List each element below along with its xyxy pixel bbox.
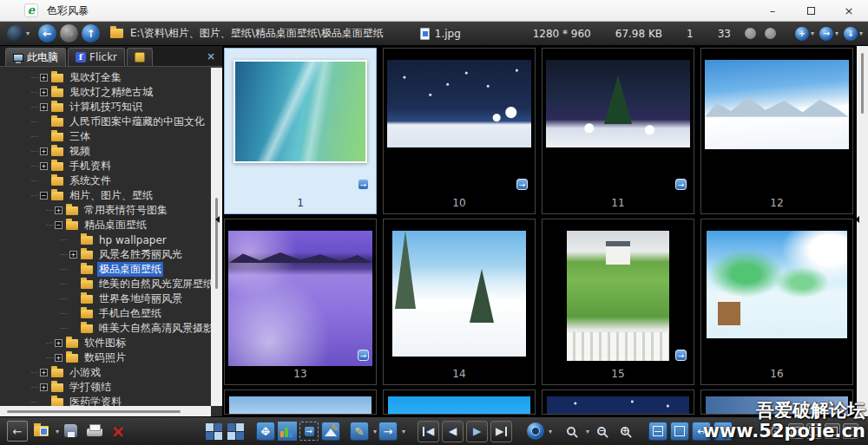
minimize-button[interactable]: –	[753, 0, 792, 21]
tree-item-selected[interactable]: 极品桌面壁纸	[0, 262, 211, 277]
first-image-button[interactable]	[418, 421, 439, 442]
extra-button-1[interactable]	[788, 423, 804, 439]
histogram-button[interactable]	[278, 422, 297, 441]
tree-item[interactable]: +鬼吹灯之精绝古城	[0, 85, 211, 100]
tree-expand-toggle[interactable]: −	[55, 221, 62, 229]
tab-archive[interactable]	[127, 48, 153, 66]
layout-split-button[interactable]	[226, 422, 245, 441]
thumbnail-image[interactable]	[233, 60, 366, 163]
zoom-tool-button[interactable]	[561, 421, 582, 442]
layout-thumbnails-button[interactable]	[204, 422, 223, 441]
tree-expand-toggle[interactable]: +	[55, 339, 62, 347]
thumbnail-image[interactable]	[567, 231, 669, 361]
tree-expand-toggle[interactable]: +	[55, 206, 62, 214]
tool-sphere-plus-button[interactable]: +	[795, 27, 809, 41]
tree-item[interactable]: +常用表情符号图集	[0, 203, 211, 218]
tree-expand-toggle[interactable]: +	[40, 147, 48, 155]
tree-item[interactable]: +学打领结	[0, 380, 211, 395]
tab-flickr[interactable]: f Flickr	[68, 48, 125, 66]
sidebar-horizontal-scrollbar[interactable]	[0, 406, 211, 416]
chevron-down-icon[interactable]: ▾	[373, 428, 377, 435]
thumbnail-image[interactable]	[387, 60, 530, 147]
play-slideshow-button[interactable]	[466, 421, 488, 442]
zoom-in-button[interactable]: +	[615, 421, 635, 442]
thumbnail-image[interactable]	[707, 231, 847, 338]
back-nav-button[interactable]: ←	[38, 24, 56, 43]
tree-item[interactable]: 系统文件	[0, 173, 211, 188]
sidebar-close-icon[interactable]: ×	[207, 50, 215, 62]
splitter-collapse-icon[interactable]	[215, 216, 220, 223]
tree-item[interactable]: −相片、图片、壁纸	[0, 188, 211, 203]
extra-button-3[interactable]	[825, 423, 840, 439]
fit-width-button[interactable]	[692, 422, 711, 441]
tree-item[interactable]: −精品桌面壁纸	[0, 218, 211, 232]
sidebar-vertical-scrollbar[interactable]	[211, 68, 222, 406]
tree-expand-toggle[interactable]: +	[40, 369, 48, 376]
chevron-down-icon[interactable]: ▾	[859, 29, 863, 37]
forward-tool-button[interactable]	[378, 422, 398, 441]
prev-image-button[interactable]	[442, 421, 464, 442]
tree-item[interactable]: 手机白色壁纸	[0, 306, 211, 321]
thumbnail-cell-partial[interactable]	[224, 389, 377, 415]
fit-height-button[interactable]	[713, 422, 733, 441]
close-button[interactable]: ×	[830, 0, 868, 21]
thumbnail-image[interactable]	[388, 396, 530, 414]
thumbnail-cell[interactable]: 16	[700, 219, 853, 385]
tree-expand-toggle[interactable]: +	[40, 74, 48, 82]
tool-sphere-down-button[interactable]: ↓	[844, 27, 858, 41]
chevron-down-icon[interactable]: ▾	[586, 428, 589, 435]
tree-item[interactable]: +计算机技巧知识	[0, 100, 211, 115]
thumbnail-cell[interactable]: 12	[700, 48, 853, 214]
back-button[interactable]	[7, 421, 28, 442]
thumbnail-image[interactable]	[706, 396, 848, 414]
open-folder-button[interactable]	[30, 421, 51, 442]
thumbnail-image[interactable]	[546, 60, 689, 147]
selection-tool-button[interactable]	[299, 422, 319, 441]
print-button[interactable]	[84, 421, 105, 442]
forward-nav-button[interactable]: →	[60, 24, 78, 43]
tree-expand-toggle[interactable]: +	[40, 162, 48, 170]
thumbnail-cell[interactable]: →10	[383, 48, 536, 214]
fit-page-button[interactable]	[648, 422, 667, 441]
zoom-out-button[interactable]: −	[591, 421, 612, 442]
main-vertical-scrollbar[interactable]	[857, 46, 868, 416]
chevron-down-icon[interactable]: ▾	[26, 29, 30, 37]
tree-item[interactable]: 世界各地绮丽风景	[0, 291, 211, 306]
tree-item[interactable]: +视频	[0, 144, 211, 159]
tree-expand-toggle[interactable]: +	[40, 103, 48, 111]
tree-expand-toggle[interactable]: −	[40, 192, 48, 200]
chevron-down-icon[interactable]: ▾	[56, 428, 59, 435]
extra-button-4[interactable]	[843, 423, 858, 439]
last-image-button[interactable]	[490, 421, 512, 442]
tree-expand-toggle[interactable]: +	[40, 383, 48, 391]
scrollbar-thumb[interactable]	[7, 410, 181, 413]
thumbnail-cell[interactable]: →15	[542, 219, 694, 385]
tree-item[interactable]: +手机资料	[0, 159, 211, 173]
thumbnail-image[interactable]	[228, 231, 372, 366]
thumbnail-cell-selected[interactable]: →1	[224, 48, 377, 214]
delete-button[interactable]	[108, 421, 128, 442]
up-nav-button[interactable]: ↑	[82, 24, 100, 43]
save-button[interactable]	[61, 421, 82, 442]
fit-window-button[interactable]	[670, 422, 689, 441]
scrollbar-thumb[interactable]	[215, 198, 218, 289]
thumbnail-image[interactable]	[229, 396, 372, 414]
thumbnail-cell-partial[interactable]	[383, 389, 536, 415]
chevron-down-icon[interactable]: ▾	[811, 29, 814, 37]
pencil-tool-button[interactable]	[350, 422, 369, 441]
chevron-down-icon[interactable]: ▾	[402, 428, 405, 435]
tree-expand-toggle[interactable]: +	[55, 354, 62, 362]
image-edit-button[interactable]	[321, 422, 340, 441]
thumbnail-image[interactable]	[547, 396, 689, 414]
tree-item[interactable]: +风景名胜秀丽风光	[0, 247, 211, 262]
thumbnail-cell-partial[interactable]	[542, 389, 694, 415]
tree-item[interactable]: 唯美大自然高清风景摄影壁	[0, 321, 211, 336]
tree-expand-toggle[interactable]: +	[40, 88, 48, 96]
thumbnail-image[interactable]	[392, 231, 525, 357]
settings-gear-button[interactable]	[765, 421, 786, 442]
tree-expand-toggle[interactable]: +	[69, 251, 77, 258]
splitter-collapse-icon[interactable]	[855, 216, 859, 223]
thumbnail-cell[interactable]: →13	[224, 219, 377, 385]
tree-item[interactable]: hp wallpaper	[0, 232, 211, 247]
tree-item[interactable]: +鬼吹灯全集	[0, 70, 211, 85]
